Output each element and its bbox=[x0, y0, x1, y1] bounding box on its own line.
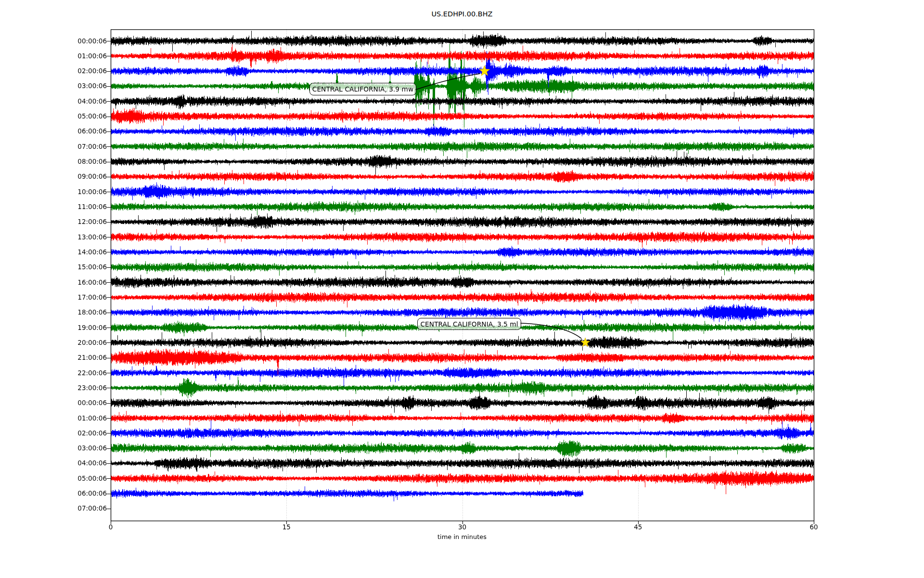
annotation-leader-line bbox=[416, 74, 480, 90]
event-star-marker bbox=[581, 338, 590, 346]
helicorder-figure: US.EDHPI.00.BHZ 00:00:0601:00:0602:00:06… bbox=[0, 0, 924, 578]
annotation-overlay bbox=[0, 0, 924, 578]
event-star-marker bbox=[479, 66, 490, 76]
annotation-leader-line bbox=[521, 323, 581, 338]
